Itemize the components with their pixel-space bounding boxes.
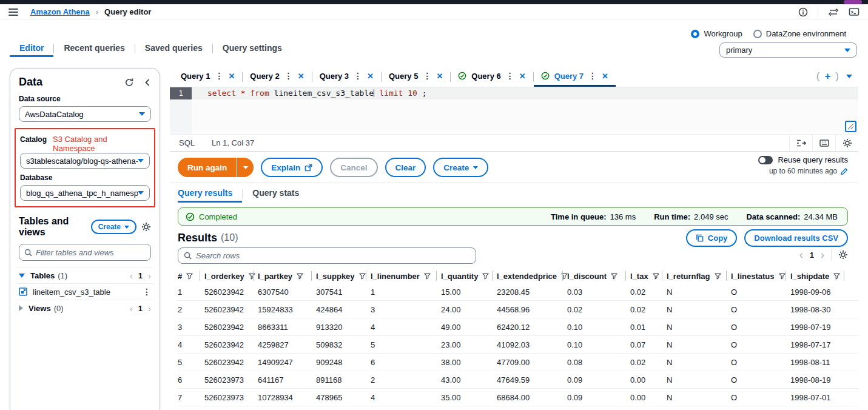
query-tab-4[interactable]: Query 5⋮✕ (382, 67, 450, 87)
column-header-l-partkey[interactable]: l_partkey (258, 269, 316, 283)
tab-recent-queries[interactable]: Recent queries (54, 40, 134, 57)
sql-code[interactable]: select * from lineitem_csv_s3_table limi… (192, 87, 858, 99)
column-header-l-discount[interactable]: l_discount (567, 269, 630, 283)
filter-funnel-icon[interactable] (715, 273, 721, 280)
tab-query-stats[interactable]: Query stats (243, 185, 309, 203)
filter-funnel-icon[interactable] (186, 273, 193, 280)
search-rows-input[interactable] (196, 251, 470, 260)
query-tabs-menu-caret[interactable] (846, 75, 852, 78)
query-tab-menu-icon[interactable]: ⋮ (354, 72, 362, 80)
query-tab-3[interactable]: Query 3⋮✕ (312, 67, 381, 87)
page-prev-icon[interactable]: ‹ (130, 271, 133, 280)
page-next-icon[interactable]: › (821, 249, 824, 260)
catalog-select[interactable]: s3tablescatalog/blog-qs-athena-tpc-... (20, 153, 150, 169)
page-prev-icon[interactable]: ‹ (130, 304, 133, 313)
column-header-l-quantity[interactable]: l_quantity (441, 269, 497, 283)
reuse-toggle[interactable] (758, 156, 773, 164)
hamburger-menu-icon[interactable] (8, 8, 18, 16)
shortcuts-keyboard-icon[interactable] (812, 135, 835, 151)
info-icon[interactable] (798, 7, 808, 17)
filter-funnel-icon[interactable] (482, 273, 489, 280)
column-header-l-suppkey[interactable]: l_suppkey (316, 269, 371, 283)
filter-funnel-icon[interactable] (482, 273, 489, 280)
filter-funnel-icon[interactable] (833, 273, 840, 280)
close-tab-icon[interactable]: ✕ (367, 72, 374, 81)
column-header-l-linenumber[interactable]: l_linenumber (371, 269, 441, 283)
filter-funnel-icon[interactable] (833, 273, 840, 280)
column-header-l-extendedprice[interactable]: l_extendedprice (497, 269, 567, 283)
data-source-select[interactable]: AwsDataCatalog (19, 106, 151, 122)
filter-funnel-icon[interactable] (186, 273, 193, 280)
filter-funnel-icon[interactable] (249, 273, 255, 280)
collapse-panel-icon[interactable] (144, 78, 151, 87)
gear-icon[interactable] (141, 222, 151, 232)
explain-button[interactable]: Explain (261, 158, 323, 177)
query-tab-menu-icon[interactable]: ⋮ (506, 72, 514, 80)
close-tab-icon[interactable]: ✕ (298, 72, 304, 81)
filter-funnel-icon[interactable] (715, 273, 721, 280)
filter-funnel-icon[interactable] (249, 273, 255, 280)
filter-funnel-icon[interactable] (611, 273, 617, 280)
close-tab-icon[interactable]: ✕ (436, 72, 443, 81)
caret-collapsed-icon[interactable] (19, 305, 23, 311)
filter-funnel-icon[interactable] (653, 273, 659, 280)
table-actions-icon[interactable]: ⋮ (143, 287, 151, 296)
views-group-row[interactable]: Views (0) ‹ 1 › (16, 300, 153, 316)
tab-query-results[interactable]: Query results (178, 185, 242, 203)
refresh-icon[interactable] (124, 78, 134, 87)
editor-resize-handle[interactable] (845, 121, 856, 132)
filter-funnel-icon[interactable] (779, 273, 786, 280)
filter-funnel-icon[interactable] (424, 273, 431, 280)
radio-workgroup[interactable]: Workgroup (691, 29, 742, 38)
filter-funnel-icon[interactable] (779, 273, 786, 280)
workflow-icon[interactable] (828, 7, 839, 17)
clear-button[interactable]: Clear (385, 158, 426, 177)
filter-funnel-icon[interactable] (424, 273, 431, 280)
filter-funnel-icon[interactable] (611, 273, 617, 280)
filter-funnel-icon[interactable] (297, 273, 303, 280)
filter-funnel-icon[interactable] (359, 273, 366, 280)
filter-funnel-icon[interactable] (653, 273, 659, 280)
tables-group-row[interactable]: Tables (1) ‹ 1 › (16, 267, 153, 283)
breadcrumb-service-link[interactable]: Amazon Athena (30, 7, 90, 16)
run-options-caret[interactable] (237, 158, 254, 177)
run-again-label[interactable]: Run again (178, 158, 237, 177)
caret-expanded-icon[interactable] (19, 274, 25, 278)
column-header-l-shipdate[interactable]: l_shipdate (790, 269, 849, 283)
sql-editor[interactable]: 1 select * from lineitem_csv_s3_table li… (170, 87, 858, 135)
create-button[interactable]: Create (433, 158, 488, 177)
table-item-name[interactable]: lineitem_csv_s3_table (33, 287, 110, 297)
tables-filter-input[interactable] (36, 248, 146, 257)
copy-button[interactable]: Copy (686, 229, 738, 247)
query-tab-menu-icon[interactable]: ⋮ (588, 72, 597, 80)
console-icon[interactable] (849, 7, 860, 17)
edit-pencil-icon[interactable] (840, 167, 848, 175)
download-csv-button[interactable]: Download results CSV (744, 229, 848, 247)
query-tab-2[interactable]: Query 2⋮✕ (243, 67, 311, 87)
radio-unselected-icon[interactable] (753, 30, 762, 38)
page-next-icon[interactable]: › (148, 271, 151, 280)
page-prev-icon[interactable]: ‹ (799, 249, 803, 260)
query-tab-menu-icon[interactable]: ⋮ (215, 72, 223, 80)
workgroup-select[interactable]: primary (719, 42, 857, 58)
query-tab-6[interactable]: Query 7⋮✕ (534, 67, 616, 87)
column-header-l-tax[interactable]: l_tax (630, 269, 667, 283)
query-tab-1[interactable]: Query 1⋮✕ (173, 67, 242, 87)
filter-funnel-icon[interactable] (297, 273, 303, 280)
close-tab-icon[interactable]: ✕ (519, 72, 526, 81)
close-tab-icon[interactable]: ✕ (228, 72, 235, 81)
tab-saved-queries[interactable]: Saved queries (135, 40, 212, 57)
page-next-icon[interactable]: › (148, 304, 151, 313)
create-table-button[interactable]: Create (91, 220, 136, 234)
run-again-button[interactable]: Run again (178, 158, 254, 177)
radio-datazone[interactable]: DataZone environment (753, 29, 846, 38)
close-tab-icon[interactable]: ✕ (602, 72, 608, 81)
column-header-l-orderkey[interactable]: l_orderkey (204, 269, 258, 283)
table-item-row[interactable]: lineitem_csv_s3_table ⋮ (16, 283, 153, 300)
tab-editor[interactable]: Editor (10, 40, 53, 57)
editor-settings-gear-icon[interactable] (835, 135, 858, 151)
database-select[interactable]: blog_qs_athena_tpc_h_namespace (20, 185, 150, 201)
add-query-tab-button[interactable]: + (824, 70, 830, 82)
column-header-#[interactable]: # (178, 269, 204, 283)
column-header-l-returnflag[interactable]: l_returnflag (667, 269, 731, 283)
